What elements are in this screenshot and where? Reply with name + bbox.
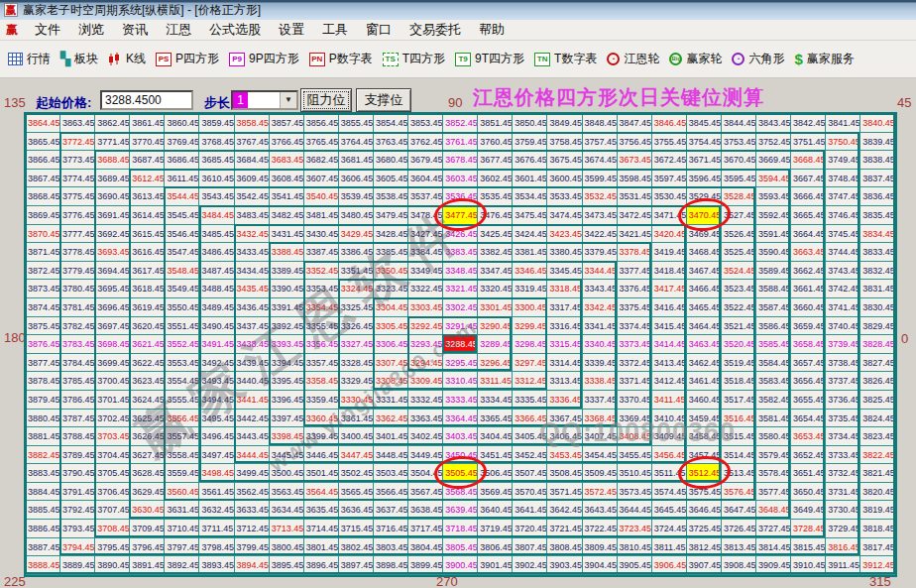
combo-dropdown-arrow-icon[interactable]: ▼	[280, 92, 296, 108]
price-cell: 3652.45	[791, 446, 826, 465]
toolbar-button-K线[interactable]: K线	[108, 51, 146, 67]
resistance-button[interactable]: 阻力位	[300, 88, 352, 112]
price-cell: 3295.45	[443, 354, 478, 373]
price-cell: 3541.45	[270, 187, 304, 206]
menu-item-交易委托[interactable]: 交易委托	[401, 21, 470, 39]
price-cell: 3891.45	[130, 556, 165, 575]
toolbar-button-六角形[interactable]: •六角形	[732, 51, 784, 67]
price-cell: 3718.45	[443, 520, 478, 538]
price-cell: 3769.45	[165, 133, 199, 152]
toolbar-button-T四方形[interactable]: TST四方形	[383, 51, 445, 67]
price-cell: 3722.45	[583, 520, 618, 538]
price-cell: 3876.45	[26, 335, 60, 354]
price-cell: 3908.45	[722, 556, 756, 575]
price-cell: 3567.45	[408, 483, 443, 502]
price-cell: 3688.45	[95, 151, 130, 170]
price-cell: 3611.45	[165, 170, 199, 188]
price-cell: 3380.45	[547, 243, 582, 262]
menu-item-浏览[interactable]: 浏览	[69, 21, 113, 39]
quote-table-icon	[8, 53, 23, 65]
price-cell: 3526.45	[722, 225, 756, 244]
price-cell: 3773.45	[60, 151, 95, 170]
price-cell: 3775.45	[60, 187, 95, 206]
price-cell: 3802.45	[339, 538, 374, 557]
menu-item-江恩[interactable]: 江恩	[157, 21, 200, 39]
price-cell: 3711.45	[199, 520, 234, 538]
price-cell: 3749.45	[826, 151, 860, 170]
price-cell: 3877.45	[26, 354, 60, 373]
toolbar-button-P四方形[interactable]: PSP四方形	[156, 51, 219, 67]
menu-item-帮助[interactable]: 帮助	[470, 21, 514, 39]
price-cell: 3595.45	[722, 170, 756, 188]
price-cell: 3296.45	[478, 354, 513, 373]
price-cell: 3839.45	[860, 133, 895, 152]
price-cell: 3317.45	[547, 298, 582, 317]
price-cell: 3824.45	[860, 410, 895, 428]
menu-item-窗口[interactable]: 窗口	[357, 21, 401, 39]
price-cell: 3811.45	[652, 538, 687, 557]
toolbar-button-江恩轮[interactable]: •江恩轮	[607, 51, 659, 67]
menu-item-设置[interactable]: 设置	[270, 21, 313, 39]
price-cell: 3705.45	[95, 464, 130, 483]
price-cell: 3606.45	[339, 170, 374, 188]
price-cell: 3414.45	[652, 335, 687, 354]
price-square-grid: 3864.453863.453862.453861.453860.453859.…	[24, 112, 897, 577]
price-cell: 3592.45	[756, 206, 791, 225]
badge-icon: P9	[229, 53, 245, 66]
price-cell: 3377.45	[618, 262, 652, 281]
center-price-cell: 3288.45	[443, 335, 478, 354]
price-cell: 3431.45	[270, 225, 304, 244]
price-cell: 3902.45	[513, 556, 547, 575]
toolbar-button-赢家服务[interactable]: $赢家服务	[794, 51, 854, 67]
price-cell: 3740.45	[826, 317, 860, 336]
price-cell: 3825.45	[860, 391, 895, 410]
price-cell: 3830.45	[860, 298, 895, 317]
price-cell: 3795.45	[95, 538, 130, 557]
app-window: 赢 赢家老子时空周期系统[纵横版] - [价格正方形] 赢 文件浏览资讯江恩公式…	[0, 0, 916, 588]
price-cell: 3845.45	[687, 114, 722, 133]
support-button[interactable]: 支撑位	[356, 88, 411, 112]
price-cell: 3481.45	[304, 206, 339, 225]
price-cell: 3310.45	[443, 372, 478, 391]
toolbar-label: 9P四方形	[249, 51, 299, 67]
price-cell: 3332.45	[408, 391, 443, 410]
price-cell: 3849.45	[547, 114, 582, 133]
toolbar-button-行情[interactable]: 行情	[8, 51, 51, 67]
price-cell: 3513.45	[722, 464, 756, 483]
price-cell: 3593.45	[756, 187, 791, 206]
price-cell: 3475.45	[513, 206, 547, 225]
menu-item-文件[interactable]: 文件	[26, 21, 69, 39]
price-cell: 3710.45	[165, 520, 199, 538]
price-cell: 3430.45	[304, 225, 339, 244]
price-cell: 3556.45	[165, 410, 199, 428]
price-cell: 3860.45	[165, 114, 199, 133]
price-cell: 3363.45	[408, 410, 443, 428]
price-cell: 3888.45	[26, 556, 60, 575]
price-cell: 3630.45	[130, 501, 165, 520]
price-cell: 3438.45	[235, 335, 270, 354]
price-cell: 3404.45	[478, 427, 513, 446]
price-cell: 3434.45	[235, 262, 270, 281]
toolbar-button-9T四方形[interactable]: T99T四方形	[455, 51, 524, 67]
menu-item-资讯[interactable]: 资讯	[113, 21, 157, 39]
price-cell: 3457.45	[687, 446, 722, 465]
price-cell: 3633.45	[235, 501, 270, 520]
price-cell: 3744.45	[826, 243, 860, 262]
toolbar-label: T四方形	[402, 51, 445, 67]
price-cell: 3348.45	[443, 262, 478, 281]
toolbar-button-T数字表[interactable]: TNT数字表	[534, 51, 597, 67]
start-price-input[interactable]	[100, 90, 193, 110]
price-cell: 3551.45	[165, 317, 199, 336]
price-cell: 3376.45	[618, 280, 652, 298]
toolbar-button-9P四方形[interactable]: P99P四方形	[229, 51, 299, 67]
menu-item-工具[interactable]: 工具	[313, 21, 357, 39]
price-cell: 3297.45	[513, 354, 547, 373]
step-combobox[interactable]: 1 ▼	[231, 90, 298, 110]
toolbar-button-赢家轮[interactable]: Big赢家轮	[669, 51, 722, 67]
toolbar-button-板块[interactable]: ▚板块	[60, 51, 98, 67]
price-cell: 3336.45	[547, 391, 582, 410]
wheel-icon: •	[732, 53, 744, 65]
menu-item-公式选股[interactable]: 公式选股	[200, 21, 270, 39]
toolbar-button-P数字表[interactable]: PNP数字表	[309, 51, 373, 67]
price-cell: 3823.45	[860, 427, 895, 446]
